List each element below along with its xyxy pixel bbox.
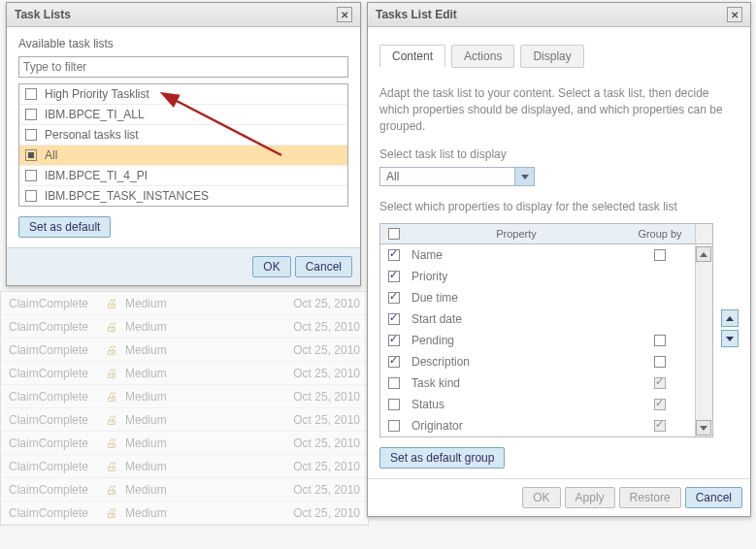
- tab-actions[interactable]: Actions: [451, 45, 514, 68]
- groupby-checkbox: [654, 377, 666, 389]
- property-name: Due time: [408, 291, 625, 305]
- task-list-select[interactable]: All: [379, 167, 535, 186]
- scroll-up-icon[interactable]: [696, 246, 711, 262]
- dialog-title-bar[interactable]: Task Lists ✕: [7, 3, 360, 27]
- dialog-title-bar[interactable]: Tasks List Edit ✕: [368, 3, 750, 27]
- table-row: ClaimComplete🖨MediumOct 25, 2010: [1, 432, 368, 455]
- table-row: Start date: [380, 308, 712, 330]
- property-column-header: Property: [408, 224, 625, 243]
- restore-button[interactable]: Restore: [619, 487, 681, 508]
- groupby-checkbox: [654, 420, 666, 432]
- list-item[interactable]: IBM.BPCE_TI_4_PI: [19, 166, 347, 186]
- checkbox[interactable]: [25, 190, 37, 202]
- table-row: Due time: [380, 287, 712, 308]
- scrollbar[interactable]: [695, 245, 712, 436]
- properties-label: Select which properties to display for t…: [379, 200, 739, 213]
- apply-button[interactable]: Apply: [565, 487, 615, 508]
- display-checkbox[interactable]: [388, 377, 400, 389]
- groupby-column-header: Group by: [625, 224, 695, 243]
- table-row: ClaimComplete🖨MediumOct 25, 2010: [1, 501, 368, 525]
- list-item[interactable]: IBM.BPCE_TASK_INSTANCES: [19, 186, 347, 206]
- help-text: Adapt the task list to your content. Sel…: [379, 85, 739, 134]
- ok-button[interactable]: OK: [252, 256, 290, 277]
- display-checkbox[interactable]: [388, 420, 400, 432]
- move-up-button[interactable]: [721, 309, 739, 327]
- cancel-button[interactable]: Cancel: [685, 487, 742, 508]
- tasks-list-edit-dialog: Tasks List Edit ✕ ContentActionsDisplay …: [367, 2, 751, 517]
- chevron-down-icon[interactable]: [514, 168, 534, 185]
- list-item[interactable]: IBM.BPCE_TI_ALL: [19, 105, 347, 125]
- dialog-title: Task Lists: [15, 8, 71, 21]
- display-checkbox[interactable]: [388, 313, 400, 325]
- table-row: Originator: [380, 415, 712, 436]
- list-item-label: IBM.BPCE_TI_4_PI: [45, 169, 148, 182]
- property-name: Start date: [408, 312, 625, 326]
- table-row: Description: [380, 351, 712, 372]
- close-icon[interactable]: ✕: [727, 7, 742, 22]
- tab-content[interactable]: Content: [379, 45, 445, 68]
- move-down-button[interactable]: [721, 330, 739, 347]
- select-all-checkbox[interactable]: [388, 228, 400, 240]
- property-name: Description: [408, 355, 625, 369]
- property-name: Status: [408, 398, 625, 411]
- table-row: Task kind: [380, 372, 712, 394]
- groupby-checkbox[interactable]: [654, 335, 666, 346]
- checkbox[interactable]: [25, 170, 37, 181]
- checkbox[interactable]: [25, 149, 37, 161]
- groupby-checkbox: [654, 399, 666, 410]
- display-checkbox[interactable]: [388, 335, 400, 346]
- list-item-label: Personal tasks list: [45, 128, 139, 142]
- list-item-label: IBM.BPCE_TI_ALL: [45, 108, 145, 121]
- table-row: ClaimComplete🖨MediumOct 25, 2010: [1, 339, 368, 362]
- checkbox[interactable]: [25, 109, 37, 120]
- list-item[interactable]: Personal tasks list: [19, 125, 347, 145]
- list-item[interactable]: High Priority Tasklist: [19, 84, 347, 105]
- list-item-label: All: [45, 148, 57, 162]
- table-row: ClaimComplete🖨MediumOct 25, 2010: [1, 478, 368, 501]
- select-task-list-label: Select task list to display: [379, 147, 739, 161]
- task-lists-dialog: Task Lists ✕ Available task lists High P…: [6, 2, 361, 286]
- background-task-table: ClaimComplete🖨MediumOct 25, 2010ClaimCom…: [0, 291, 369, 526]
- groupby-checkbox[interactable]: [654, 356, 666, 368]
- checkbox[interactable]: [25, 129, 37, 141]
- set-as-default-button[interactable]: Set as default: [18, 216, 111, 238]
- table-row: ClaimComplete🖨MediumOct 25, 2010: [1, 408, 368, 432]
- select-value: All: [380, 168, 514, 185]
- scroll-down-icon[interactable]: [696, 420, 711, 436]
- display-checkbox[interactable]: [388, 399, 400, 410]
- table-row: Name: [380, 244, 712, 266]
- table-row: Pending: [380, 330, 712, 351]
- property-name: Originator: [408, 419, 625, 433]
- property-name: Pending: [408, 334, 625, 347]
- groupby-checkbox[interactable]: [654, 249, 666, 261]
- property-name: Task kind: [408, 376, 625, 390]
- property-name: Name: [408, 248, 625, 262]
- filter-input[interactable]: [18, 56, 348, 78]
- available-task-lists-label: Available task lists: [18, 37, 348, 50]
- dialog-title: Tasks List Edit: [376, 8, 457, 21]
- table-row: ClaimComplete🖨MediumOct 25, 2010: [1, 362, 368, 385]
- display-checkbox[interactable]: [388, 356, 400, 368]
- table-row: ClaimComplete🖨MediumOct 25, 2010: [1, 292, 368, 315]
- table-row: ClaimComplete🖨MediumOct 25, 2010: [1, 455, 368, 478]
- set-as-default-group-button[interactable]: Set as default group: [379, 447, 505, 468]
- cancel-button[interactable]: Cancel: [295, 256, 352, 277]
- checkbox[interactable]: [25, 88, 37, 100]
- display-checkbox[interactable]: [388, 271, 400, 282]
- table-row: Priority: [380, 266, 712, 287]
- display-checkbox[interactable]: [388, 249, 400, 261]
- list-item-label: High Priority Tasklist: [45, 87, 149, 101]
- table-row: ClaimComplete🖨MediumOct 25, 2010: [1, 385, 368, 408]
- ok-button[interactable]: OK: [522, 487, 560, 508]
- table-row: ClaimComplete🖨MediumOct 25, 2010: [1, 315, 368, 339]
- property-name: Priority: [408, 270, 625, 283]
- tab-display[interactable]: Display: [520, 45, 583, 68]
- task-list-listbox: High Priority TasklistIBM.BPCE_TI_ALLPer…: [18, 83, 348, 207]
- list-item-label: IBM.BPCE_TASK_INSTANCES: [45, 189, 209, 203]
- properties-table: Property Group by NamePriorityDue timeSt…: [379, 223, 713, 437]
- close-icon[interactable]: ✕: [337, 7, 352, 22]
- list-item[interactable]: All: [19, 145, 347, 166]
- display-checkbox[interactable]: [388, 292, 400, 304]
- table-row: Status: [380, 394, 712, 415]
